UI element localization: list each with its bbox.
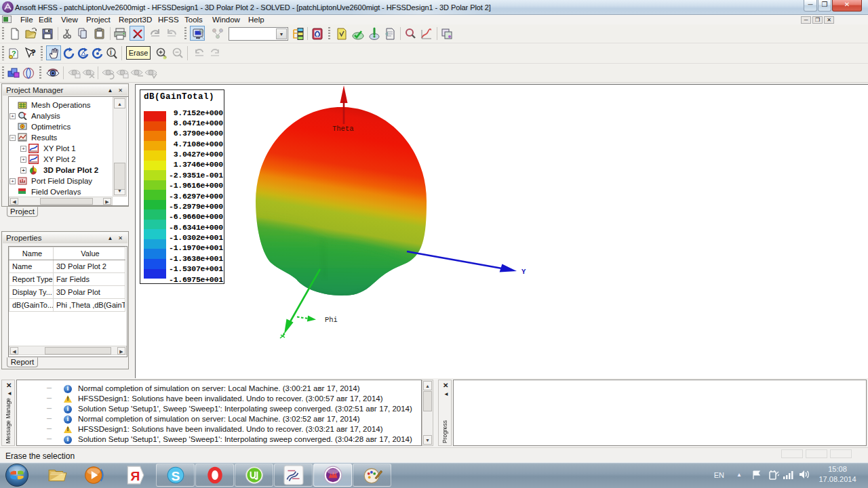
- svg-text:i: i: [110, 49, 112, 56]
- svg-text:Phi: Phi: [325, 316, 338, 324]
- svg-text:Я: Я: [131, 469, 140, 483]
- svg-text:?: ?: [31, 47, 36, 58]
- svg-text:Y: Y: [521, 268, 526, 276]
- svg-text:S: S: [172, 469, 180, 483]
- svg-text:Theta: Theta: [332, 125, 354, 133]
